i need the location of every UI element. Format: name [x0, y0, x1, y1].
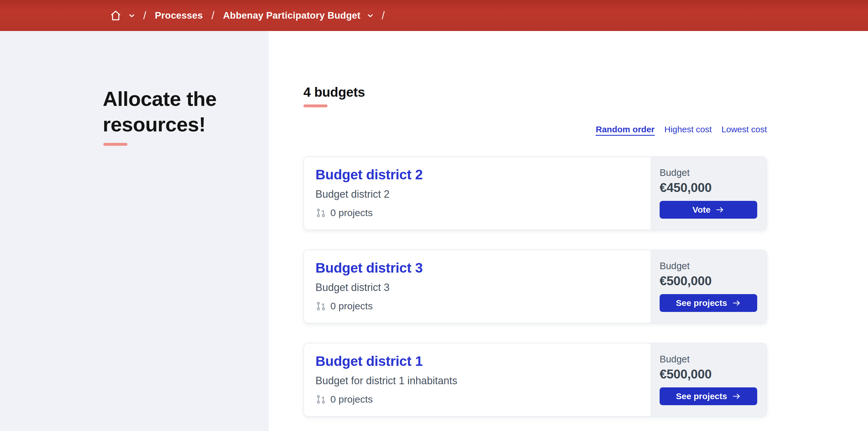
heading-accent-bar: [303, 104, 328, 107]
budget-card: Budget district 2 Budget district 2 0 pr…: [303, 156, 767, 230]
budget-card: Budget district 3 Budget district 3 0 pr…: [303, 250, 767, 324]
projects-icon: [315, 208, 327, 218]
projects-icon: [315, 301, 327, 312]
vote-button-label: Vote: [693, 205, 711, 215]
see-projects-button[interactable]: See projects: [660, 388, 757, 405]
arrow-right-icon: [716, 206, 724, 213]
budget-amount: €450,000: [660, 181, 757, 195]
sort-options: Random order Highest cost Lowest cost: [303, 125, 767, 136]
budget-card-list: Budget district 2 Budget district 2 0 pr…: [303, 156, 767, 417]
budget-card-body: Budget district 2 Budget district 2 0 pr…: [304, 157, 650, 229]
projects-count-label: 0 projects: [330, 394, 373, 405]
sort-lowest-cost[interactable]: Lowest cost: [722, 125, 767, 134]
breadcrumb-separator: /: [382, 9, 385, 22]
projects-count-label: 0 projects: [330, 301, 373, 312]
projects-count: 0 projects: [315, 394, 639, 405]
budget-label: Budget: [660, 354, 757, 365]
budget-panel: Budget €500,000 See projects: [650, 343, 766, 416]
vote-button[interactable]: Vote: [660, 201, 757, 219]
sidebar: Allocate the resources!: [0, 31, 269, 431]
budget-label: Budget: [660, 167, 757, 178]
budget-description: Budget district 2: [315, 188, 639, 200]
arrow-right-icon: [732, 393, 741, 400]
see-projects-button-label: See projects: [676, 391, 727, 401]
breadcrumb-separator: /: [212, 9, 215, 22]
sort-random-order[interactable]: Random order: [596, 125, 654, 136]
breadcrumb-item-processes[interactable]: Processes: [155, 10, 203, 21]
chevron-down-icon[interactable]: [129, 14, 135, 18]
budget-card-body: Budget district 3 Budget district 3 0 pr…: [304, 250, 650, 323]
budget-panel: Budget €500,000 See projects: [650, 250, 766, 323]
budget-title-link[interactable]: Budget district 3: [315, 260, 639, 276]
chevron-down-icon[interactable]: [367, 14, 373, 18]
breadcrumb-separator: /: [143, 9, 146, 22]
sidebar-title: Allocate the resources!: [103, 86, 238, 137]
top-navbar: / Processes / Abbenay Participatory Budg…: [0, 0, 868, 31]
projects-count-label: 0 projects: [330, 207, 373, 218]
budget-panel: Budget €450,000 Vote: [650, 157, 766, 229]
projects-icon: [315, 394, 327, 405]
arrow-right-icon: [732, 300, 741, 306]
see-projects-button-label: See projects: [676, 298, 727, 308]
see-projects-button[interactable]: See projects: [660, 294, 757, 312]
projects-count: 0 projects: [315, 301, 639, 312]
breadcrumb-item-process-title[interactable]: Abbenay Participatory Budget: [223, 10, 361, 21]
budgets-count-heading: 4 budgets: [303, 84, 767, 100]
projects-count: 0 projects: [315, 207, 639, 218]
main-content: 4 budgets Random order Highest cost Lowe…: [269, 31, 868, 431]
budget-amount: €500,000: [660, 274, 757, 288]
breadcrumb: / Processes / Abbenay Participatory Budg…: [110, 9, 393, 22]
budget-amount: €500,000: [660, 367, 757, 381]
budget-card: Budget district 1 Budget for district 1 …: [303, 343, 767, 417]
budget-label: Budget: [660, 260, 757, 272]
budget-title-link[interactable]: Budget district 1: [315, 353, 639, 369]
home-icon: [110, 10, 121, 21]
sort-highest-cost[interactable]: Highest cost: [664, 125, 712, 134]
budget-title-link[interactable]: Budget district 2: [315, 167, 639, 183]
budget-description: Budget district 3: [315, 281, 639, 294]
title-accent-bar: [103, 143, 127, 146]
home-link[interactable]: [110, 10, 121, 21]
budget-description: Budget for district 1 inhabitants: [315, 375, 639, 387]
budget-card-body: Budget district 1 Budget for district 1 …: [304, 343, 650, 416]
